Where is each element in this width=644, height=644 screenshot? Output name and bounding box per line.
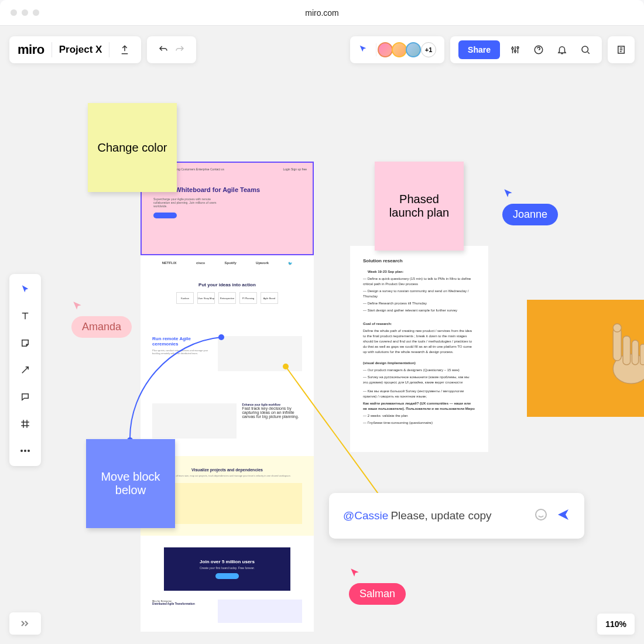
user-cursor: Joanne	[502, 187, 558, 225]
browser-chrome: miro.com	[0, 0, 644, 26]
cursor-label: Joanne	[502, 204, 558, 225]
collab-pill: +1	[350, 36, 444, 63]
arrow-tool[interactable]	[16, 361, 35, 379]
avatar[interactable]	[378, 42, 393, 57]
sticky-text: Move block below	[95, 470, 166, 497]
mockup-logos: NETFLIXciscoSpotifyUpwork🐦	[141, 255, 314, 270]
svg-point-4	[582, 46, 588, 53]
avatar[interactable]	[406, 42, 421, 57]
project-name[interactable]: Project X	[59, 44, 102, 56]
side-toolbar	[9, 274, 41, 466]
svg-rect-16	[640, 344, 644, 365]
mockup-distributed: Miro for EnterpriseDistributed Agile Tra…	[141, 591, 314, 632]
cursor-label: Salman	[349, 583, 406, 605]
close-dot[interactable]	[11, 9, 17, 16]
user-cursor: Amanda	[71, 300, 132, 338]
mockup-remote: Run remote Agile ceremoniesPlan sprints,…	[141, 327, 314, 395]
svg-point-7	[24, 450, 26, 452]
history-pill	[147, 36, 196, 63]
minimize-dot[interactable]	[22, 9, 28, 16]
svg-point-18	[536, 509, 546, 520]
image-card[interactable]	[527, 300, 644, 417]
comment-tool[interactable]	[16, 388, 35, 406]
emoji-icon[interactable]	[534, 508, 548, 524]
bell-icon[interactable]	[554, 42, 570, 58]
svg-rect-13	[613, 328, 621, 361]
sticky-note[interactable]: Change color	[88, 103, 177, 192]
svg-point-1	[515, 50, 516, 52]
svg-point-0	[512, 47, 513, 49]
cursor-icon[interactable]	[358, 44, 368, 56]
cursor-label: Amanda	[71, 316, 132, 338]
cursor-icon	[502, 187, 514, 199]
comment-text: Please, update copy	[390, 509, 534, 522]
cursor-icon	[349, 567, 361, 578]
mockup-join: Join over 5 million usersCreate your fir…	[141, 536, 314, 591]
more-avatars[interactable]: +1	[421, 42, 436, 57]
sticky-text: Phased launch plan	[384, 193, 454, 220]
doc-title: Solution research	[363, 258, 475, 265]
webpage-mockup[interactable]: Product Solutions Pricing Customers Ente…	[141, 162, 314, 632]
help-icon[interactable]	[530, 42, 547, 58]
svg-point-2	[517, 47, 519, 49]
maximize-dot[interactable]	[33, 9, 39, 16]
url-bar[interactable]: miro.com	[305, 8, 339, 18]
divider	[52, 42, 52, 57]
expand-panel-button[interactable]	[9, 612, 41, 635]
mockup-ideas: Put your ideas into action Kanban User S…	[141, 270, 314, 327]
settings-icon[interactable]	[507, 42, 523, 58]
comment-input[interactable]: @Cassie Please, update copy	[329, 493, 584, 539]
sticky-text: Change color	[98, 141, 167, 155]
svg-rect-15	[632, 340, 638, 365]
search-icon[interactable]	[577, 42, 594, 58]
cursor-icon	[71, 300, 83, 311]
sticky-note[interactable]: Move block below	[86, 439, 175, 528]
sticky-note[interactable]: Phased launch plan	[375, 162, 464, 251]
more-icon[interactable]	[16, 441, 35, 460]
robot-hand-icon	[574, 311, 644, 393]
miro-canvas[interactable]: miro Project X +1	[0, 26, 644, 644]
select-tool[interactable]	[16, 280, 35, 299]
svg-point-6	[20, 450, 23, 452]
notes-pill[interactable]	[608, 36, 635, 63]
user-cursor: Salman	[349, 567, 406, 605]
share-button[interactable]: Share	[458, 40, 500, 59]
svg-rect-14	[623, 336, 631, 365]
zoom-level[interactable]: 110%	[597, 614, 635, 635]
avatar[interactable]	[392, 42, 407, 57]
text-tool[interactable]	[16, 307, 35, 326]
top-toolbar: miro Project X +1	[9, 36, 635, 63]
miro-logo[interactable]: miro	[18, 42, 44, 57]
svg-point-17	[613, 324, 621, 332]
window-controls[interactable]	[11, 9, 39, 16]
project-pill: miro Project X	[9, 36, 141, 63]
upload-icon[interactable]	[117, 42, 133, 58]
send-icon[interactable]	[556, 508, 570, 524]
document-card[interactable]: Solution research Week 19-23 Sep plan: —…	[350, 246, 488, 452]
undo-icon[interactable]	[155, 42, 172, 58]
actions-pill: Share	[450, 36, 602, 63]
svg-point-8	[28, 450, 30, 452]
divider	[109, 42, 109, 57]
sticky-tool[interactable]	[16, 334, 35, 352]
redo-icon[interactable]	[172, 42, 188, 58]
mention: @Cassie	[343, 509, 388, 522]
frame-tool[interactable]	[16, 415, 35, 433]
